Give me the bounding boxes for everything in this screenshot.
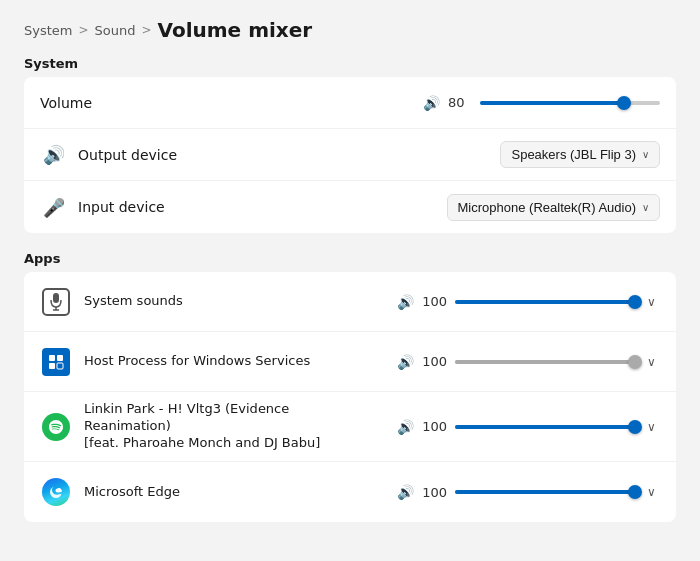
spotify-thumb[interactable]: [628, 420, 642, 434]
edge-thumb[interactable]: [628, 485, 642, 499]
spotify-fill: [455, 425, 635, 429]
system-sounds-thumb[interactable]: [628, 295, 642, 309]
input-device-label: Input device: [78, 199, 178, 215]
output-device-dropdown[interactable]: Speakers (JBL Flip 3) ∨: [500, 141, 660, 168]
output-speaker-icon: 🔊: [43, 144, 65, 165]
host-process-fill: [455, 360, 635, 364]
edge-chevron-icon: ∨: [647, 485, 656, 499]
apps-card: System sounds 🔊 100 ∨ H: [24, 272, 676, 522]
svg-rect-0: [53, 293, 59, 303]
input-chevron-icon: ∨: [642, 202, 649, 213]
spotify-controls: 🔊 100 ∨: [397, 416, 660, 438]
volume-label: Volume: [40, 95, 140, 111]
system-sounds-volume: 100: [422, 294, 447, 309]
edge-fill: [455, 490, 635, 494]
system-sounds-speaker-icon: 🔊: [397, 294, 414, 310]
breadcrumb-sep2: >: [141, 23, 151, 37]
volume-fill: [480, 101, 624, 105]
edge-icon: [42, 478, 70, 506]
system-sounds-icon-wrap: [40, 286, 72, 318]
volume-control: 🔊 80: [423, 95, 660, 111]
input-device-row: 🎤 Input device Microphone (Realtek(R) Au…: [24, 181, 676, 233]
input-device-dropdown[interactable]: Microphone (Realtek(R) Audio) ∨: [447, 194, 660, 221]
input-device-value: Microphone (Realtek(R) Audio): [458, 200, 636, 215]
edge-speaker-icon: 🔊: [397, 484, 414, 500]
spotify-track-name: Linkin Park - H! Vltg3 (Evidence Reanima…: [84, 401, 344, 452]
host-process-chevron-icon: ∨: [647, 355, 656, 369]
spotify-svg: [48, 419, 64, 435]
host-process-name: Host Process for Windows Services: [84, 353, 310, 370]
output-device-row: 🔊 Output device Speakers (JBL Flip 3) ∨: [24, 129, 676, 181]
app-row-spotify: Linkin Park - H! Vltg3 (Evidence Reanima…: [24, 392, 676, 462]
input-device-icon-wrap: 🎤: [40, 193, 68, 221]
system-sounds-chevron-icon: ∨: [647, 295, 656, 309]
spotify-icon: [42, 413, 70, 441]
svg-rect-4: [57, 355, 63, 361]
system-card: Volume 🔊 80 🔊 Output device Speakers (JB…: [24, 77, 676, 233]
edge-icon-wrap: [40, 476, 72, 508]
page-title: Volume mixer: [158, 18, 313, 42]
system-sounds-slider[interactable]: [455, 300, 635, 304]
spotify-speaker-icon: 🔊: [397, 419, 414, 435]
svg-rect-5: [49, 363, 55, 369]
svg-rect-6: [57, 363, 63, 369]
spotify-volume: 100: [422, 419, 447, 434]
volume-value: 80: [448, 95, 472, 110]
host-process-volume: 100: [422, 354, 447, 369]
host-process-thumb[interactable]: [628, 355, 642, 369]
spotify-chevron-icon: ∨: [647, 420, 656, 434]
volume-thumb[interactable]: [617, 96, 631, 110]
app-row-host-process: Host Process for Windows Services 🔊 100 …: [24, 332, 676, 392]
host-process-svg: [48, 354, 64, 370]
output-chevron-icon: ∨: [642, 149, 649, 160]
app-row-edge: Microsoft Edge 🔊 100 ∨: [24, 462, 676, 522]
edge-controls: 🔊 100 ∨: [397, 481, 660, 503]
edge-name: Microsoft Edge: [84, 484, 180, 501]
volume-speaker-icon: 🔊: [423, 95, 440, 111]
host-process-controls: 🔊 100 ∨: [397, 351, 660, 373]
input-mic-icon: 🎤: [43, 197, 65, 218]
system-sounds-icon: [42, 288, 70, 316]
spotify-icon-wrap: [40, 411, 72, 443]
volume-slider[interactable]: [480, 101, 660, 105]
speaker-svg-icon: [49, 293, 63, 311]
apps-section-label: Apps: [24, 251, 676, 266]
system-sounds-controls: 🔊 100 ∨: [397, 291, 660, 313]
edge-slider[interactable]: [455, 490, 635, 494]
spotify-slider[interactable]: [455, 425, 635, 429]
breadcrumb-system[interactable]: System: [24, 23, 72, 38]
edge-volume: 100: [422, 485, 447, 500]
host-process-icon-wrap: [40, 346, 72, 378]
output-device-icon-wrap: 🔊: [40, 141, 68, 169]
track-line1: Linkin Park - H! Vltg3 (Evidence Reanima…: [84, 401, 344, 435]
edge-svg: [48, 484, 64, 500]
volume-row: Volume 🔊 80: [24, 77, 676, 129]
app-row-system-sounds: System sounds 🔊 100 ∨: [24, 272, 676, 332]
svg-rect-3: [49, 355, 55, 361]
breadcrumb: System > Sound > Volume mixer: [24, 18, 676, 42]
system-section-label: System: [24, 56, 676, 71]
breadcrumb-sound[interactable]: Sound: [95, 23, 136, 38]
breadcrumb-sep1: >: [78, 23, 88, 37]
track-line2: [feat. Pharoahe Monch and DJ Babu]: [84, 435, 344, 452]
host-process-speaker-icon: 🔊: [397, 354, 414, 370]
host-process-icon: [42, 348, 70, 376]
output-device-label: Output device: [78, 147, 178, 163]
system-sounds-fill: [455, 300, 635, 304]
output-device-value: Speakers (JBL Flip 3): [511, 147, 636, 162]
system-sounds-name: System sounds: [84, 293, 183, 310]
host-process-expand[interactable]: ∨: [643, 351, 660, 373]
spotify-expand[interactable]: ∨: [643, 416, 660, 438]
host-process-slider[interactable]: [455, 360, 635, 364]
edge-expand[interactable]: ∨: [643, 481, 660, 503]
system-sounds-expand[interactable]: ∨: [643, 291, 660, 313]
